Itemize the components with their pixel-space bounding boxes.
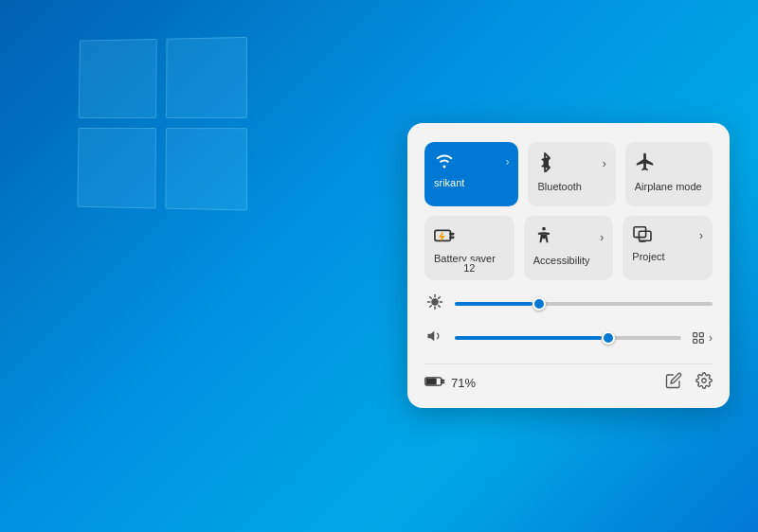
win-pane-bl [77,128,156,209]
project-top: › [632,225,703,245]
volume-thumb[interactable] [602,331,615,345]
svg-rect-19 [699,333,703,337]
quick-settings-panel: › srikant › Bluetooth [407,123,730,408]
svg-marker-17 [428,331,435,342]
brightness-fill [455,302,532,306]
bluetooth-chevron[interactable]: › [603,157,606,170]
project-chevron[interactable]: › [699,229,703,242]
battery-saver-badge: 12 [458,261,480,275]
volume-end-control[interactable]: › [691,330,713,346]
windows-logo [77,18,247,230]
battery-percent: 71% [451,376,476,390]
brightness-slider-row [424,293,713,314]
accessibility-label: Accessibility [533,255,590,266]
airplane-tile[interactable]: Airplane mode [625,142,713,206]
svg-rect-5 [640,231,652,240]
volume-icon [424,328,445,348]
svg-line-13 [430,297,432,299]
wifi-label: srikant [434,177,464,188]
brightness-thumb[interactable] [532,297,546,310]
project-icon [632,225,653,245]
svg-rect-20 [694,339,697,343]
svg-rect-21 [699,339,703,343]
settings-icon[interactable] [695,372,713,393]
brightness-icon [424,293,445,314]
bluetooth-tile-top: › [537,151,605,175]
svg-line-15 [439,297,441,299]
wifi-tile-top: › [434,151,509,171]
edit-icon[interactable] [665,372,682,393]
svg-rect-18 [694,333,697,337]
wifi-icon [434,151,455,171]
svg-point-26 [702,379,707,383]
svg-rect-25 [426,378,437,384]
bluetooth-tile[interactable]: › Bluetooth [528,142,615,206]
tiles-row-2: Battery saver 12 › Accessibility [424,216,713,280]
volume-chevron[interactable]: › [709,331,713,345]
sliders-container: › [424,293,713,348]
airplane-tile-top [635,151,703,175]
volume-track[interactable] [455,336,681,340]
wifi-chevron[interactable]: › [505,155,509,168]
tiles-row-1: › srikant › Bluetooth [424,142,713,206]
volume-slider-row: › [424,328,713,348]
svg-point-3 [542,227,546,231]
svg-point-8 [431,298,439,306]
accessibility-tile[interactable]: › Accessibility [524,216,614,280]
accessibility-chevron[interactable]: › [600,231,604,244]
win-pane-br [165,128,247,211]
win-pane-tl [79,39,157,118]
project-tile[interactable]: › Project [623,216,713,280]
bottom-action-icons [665,372,713,393]
accessibility-top: › [533,225,605,249]
svg-line-14 [439,306,441,308]
svg-rect-0 [435,230,451,240]
battery-saver-top [434,225,505,247]
airplane-icon [635,151,656,175]
battery-saver-icon [434,225,455,247]
win-pane-tr [166,37,247,118]
svg-line-16 [430,306,432,308]
battery-status-icon [424,375,445,391]
battery-saver-tile[interactable]: Battery saver 12 [424,216,514,280]
airplane-label: Airplane mode [635,181,702,192]
battery-status: 71% [424,375,476,391]
accessibility-icon [533,225,554,249]
bottom-bar: 71% [424,364,713,393]
bluetooth-label: Bluetooth [537,181,581,192]
project-label: Project [632,251,664,262]
volume-fill [455,336,602,340]
bluetooth-icon [537,151,552,175]
brightness-track[interactable] [455,302,713,306]
wifi-tile[interactable]: › srikant [424,142,518,206]
